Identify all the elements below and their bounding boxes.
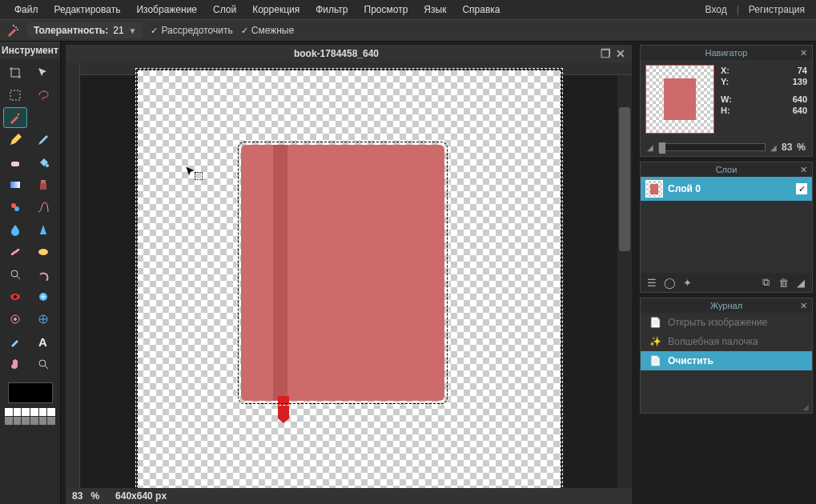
login-link[interactable]: Вход [701,1,732,18]
eraser-tool[interactable] [3,152,27,173]
layer-delete-icon[interactable]: 🗑 [777,276,790,289]
history-panel: Журнал✕ 📄Открыть изображение✨Волшебная п… [640,298,813,414]
close-icon[interactable]: ✕ [800,48,807,58]
nav-x: 74 [798,66,807,75]
canvas[interactable] [80,75,617,488]
svg-point-20 [18,336,21,339]
menu-help[interactable]: Справка [454,1,508,18]
history-title: Журнал [710,301,742,310]
replace-color-tool[interactable] [3,197,27,218]
brush-tool[interactable] [31,130,55,150]
layer-settings-icon[interactable]: ☰ [645,276,658,289]
scrollbar-vertical[interactable] [617,75,632,488]
close-icon[interactable]: ✕ [800,301,807,311]
menu-layer[interactable]: Слой [205,1,244,18]
layer-visibility-checkbox[interactable]: ✓ [796,183,807,194]
clone-tool[interactable] [31,174,55,195]
picker-tool[interactable] [3,331,27,352]
nav-w: 640 [793,94,807,104]
menu-adjust[interactable]: Коррекция [244,1,308,18]
history-icon: 📄 [649,317,661,328]
svg-point-0 [15,26,17,28]
navigator-title: Навигатор [705,48,748,58]
pencil-tool[interactable] [3,130,27,150]
pinch-tool[interactable] [31,309,55,330]
svg-point-4 [18,114,19,115]
close-icon[interactable]: ✕ [616,47,625,60]
history-label: Волшебная палочка [668,336,758,347]
svg-rect-8 [41,180,46,183]
options-bar: Толерантность: 21 ▼ Рассредоточить Смежн… [0,19,816,42]
canvas-area: book-1784458_640 ❐ ✕ [61,42,637,504]
history-label: Открыть изображение [668,317,767,328]
tolerance-control[interactable]: Толерантность: 21 ▼ [27,22,143,38]
history-item[interactable]: 📄Открыть изображение [641,313,812,332]
nav-y: 139 [793,77,807,86]
zoom-out-icon[interactable]: ◢ [647,143,653,152]
color-swatch[interactable] [8,382,53,403]
crop-tool[interactable] [3,62,27,83]
chevron-down-icon[interactable]: ▼ [129,26,137,35]
marquee-tool[interactable] [3,85,27,106]
layers-title: Слои [716,165,738,174]
panel-menu-icon[interactable]: ◢ [794,276,807,289]
lasso-tool[interactable] [31,85,55,106]
history-item[interactable]: 📄Очистить [641,351,812,370]
hand-tool[interactable] [3,354,27,374]
close-icon[interactable]: ✕ [800,165,807,175]
contiguous-checkbox[interactable]: Смежные [241,25,294,36]
layer-duplicate-icon[interactable]: ⧉ [759,276,772,289]
status-dimensions: 640x640 px [115,490,167,502]
menu-filter[interactable]: Фильтр [308,1,356,18]
menubar: Файл Редактировать Изображение Слой Корр… [0,0,816,19]
layer-fx-icon[interactable]: ✦ [681,276,693,289]
nav-h: 640 [793,106,807,115]
layer-mask-icon[interactable]: ◯ [663,276,676,289]
tolerance-label: Толерантность: [34,25,108,36]
wand-icon [6,24,19,37]
move-tool[interactable] [31,62,55,83]
svg-point-2 [13,25,14,26]
sharpen-tool[interactable] [31,219,55,240]
color-palette[interactable] [0,408,60,425]
resize-handle-icon[interactable]: ◢ [641,402,812,413]
smudge-tool[interactable] [3,242,27,262]
ruler-vertical [66,62,80,488]
layer-row[interactable]: Слой 0 ✓ [641,177,812,201]
menu-edit[interactable]: Редактировать [46,1,129,18]
svg-point-6 [46,164,49,167]
blur-tool[interactable] [3,219,27,240]
spot-heal-tool[interactable] [31,286,55,307]
wand-tool[interactable] [3,107,27,128]
zoom-slider[interactable] [658,143,766,151]
image-content [137,70,561,488]
bloat-tool[interactable] [3,309,27,330]
history-icon: ✨ [649,336,661,347]
gradient-tool[interactable] [3,174,27,195]
menu-lang[interactable]: Язык [416,1,454,18]
navigator-thumbnail[interactable] [645,65,714,134]
bucket-tool[interactable] [31,152,55,173]
menu-image[interactable]: Изображение [128,1,205,18]
menu-file[interactable]: Файл [6,1,46,18]
svg-point-21 [39,360,46,366]
zoom-tool[interactable] [31,354,55,374]
sponge-tool[interactable] [31,242,55,262]
svg-rect-3 [10,90,20,100]
antialias-checkbox[interactable]: Рассредоточить [151,25,232,36]
zoom-in-icon[interactable]: ◢ [770,143,777,152]
redeye-tool[interactable] [3,286,27,307]
menu-view[interactable]: Просмотр [356,1,416,18]
history-item[interactable]: ✨Волшебная палочка [641,332,812,351]
toolbox: Инструмент A [0,42,61,504]
svg-point-13 [11,270,18,277]
register-link[interactable]: Регистрация [744,1,810,18]
tolerance-value: 21 [113,25,123,36]
separator: | [732,1,744,18]
type-tool[interactable]: A [31,331,55,352]
burn-tool[interactable] [31,264,55,285]
maximize-icon[interactable]: ❐ [601,47,611,60]
draw-tool[interactable] [31,197,55,218]
dodge-tool[interactable] [3,264,27,285]
document-titlebar: book-1784458_640 ❐ ✕ [66,45,632,62]
